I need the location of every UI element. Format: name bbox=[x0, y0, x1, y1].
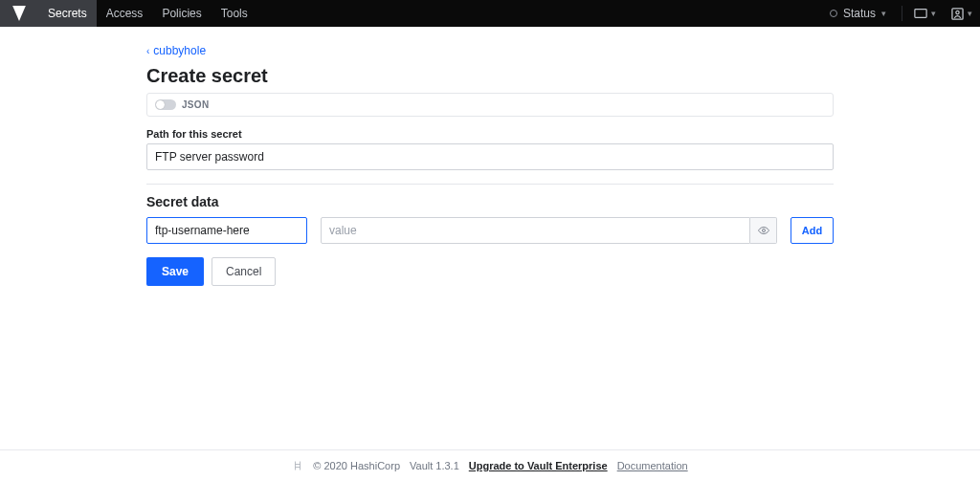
console-menu[interactable]: ▾ bbox=[906, 0, 944, 27]
main-content: ‹ cubbyhole Create secret JSON Path for … bbox=[146, 27, 834, 286]
vault-logo[interactable] bbox=[0, 0, 38, 27]
footer-docs-link[interactable]: Documentation bbox=[617, 460, 688, 471]
chevron-left-icon: ‹ bbox=[146, 46, 149, 56]
svg-rect-0 bbox=[915, 10, 926, 18]
secret-key-input[interactable] bbox=[146, 217, 307, 244]
cancel-button[interactable]: Cancel bbox=[212, 257, 276, 286]
form-actions: Save Cancel bbox=[146, 257, 834, 286]
divider bbox=[146, 184, 834, 185]
path-field-label: Path for this secret bbox=[146, 128, 834, 140]
nav-access[interactable]: Access bbox=[97, 0, 153, 27]
save-button[interactable]: Save bbox=[146, 257, 204, 286]
nav-tools[interactable]: Tools bbox=[212, 0, 257, 27]
chevron-down-icon: ▾ bbox=[881, 9, 886, 18]
footer-upgrade-link[interactable]: Upgrade to Vault Enterprise bbox=[469, 460, 608, 471]
status-menu[interactable]: Status ▾ bbox=[818, 0, 898, 27]
secret-data-title: Secret data bbox=[146, 194, 834, 209]
top-navbar: Secrets Access Policies Tools Status ▾ ▾… bbox=[0, 0, 980, 27]
kv-row: Add bbox=[146, 217, 834, 244]
eye-icon bbox=[758, 225, 769, 236]
nav-secrets[interactable]: Secrets bbox=[38, 0, 97, 27]
footer-version: Vault 1.3.1 bbox=[410, 460, 459, 471]
user-menu[interactable]: ▾ bbox=[944, 0, 980, 27]
status-label: Status bbox=[843, 7, 876, 20]
footer-copyright: © 2020 HashiCorp bbox=[313, 460, 400, 471]
nav-policies[interactable]: Policies bbox=[152, 0, 211, 27]
breadcrumb: ‹ cubbyhole bbox=[146, 44, 834, 57]
page-title: Create secret bbox=[146, 65, 834, 87]
add-row-button[interactable]: Add bbox=[791, 217, 834, 244]
json-toggle[interactable] bbox=[155, 99, 176, 110]
toggle-value-visibility-button[interactable] bbox=[750, 217, 777, 244]
footer: © 2020 HashiCorp Vault 1.3.1 Upgrade to … bbox=[0, 449, 980, 481]
json-toggle-label: JSON bbox=[182, 99, 209, 110]
nav-divider bbox=[902, 6, 902, 21]
chevron-down-icon: ▾ bbox=[931, 9, 936, 18]
svg-point-2 bbox=[956, 11, 959, 13]
json-toggle-bar: JSON bbox=[146, 93, 834, 117]
status-indicator-icon bbox=[830, 10, 837, 17]
chevron-down-icon: ▾ bbox=[968, 9, 972, 18]
hashicorp-icon bbox=[292, 460, 303, 471]
secret-value-input[interactable] bbox=[321, 217, 750, 244]
breadcrumb-parent-link[interactable]: cubbyhole bbox=[153, 44, 206, 57]
svg-point-3 bbox=[762, 230, 765, 232]
toggle-knob bbox=[156, 100, 165, 109]
path-input[interactable] bbox=[146, 143, 834, 170]
